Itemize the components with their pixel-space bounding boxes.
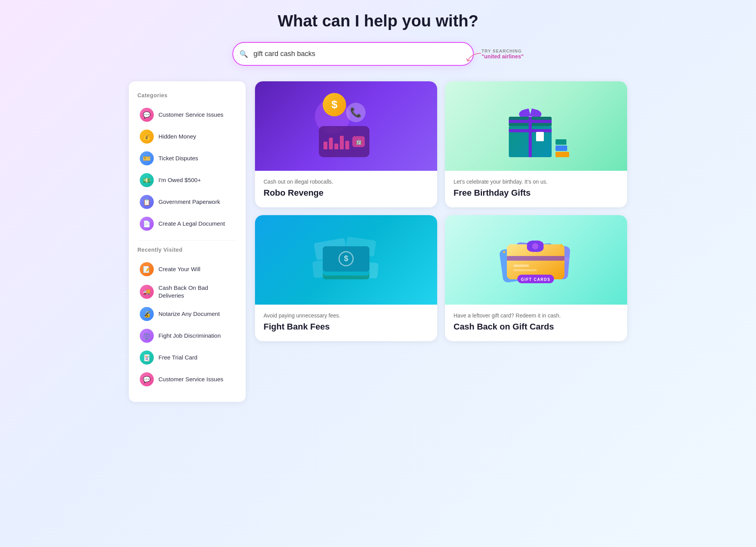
svg-rect-18 <box>513 265 529 267</box>
card-title: Fight Bank Fees <box>264 322 429 332</box>
book-stack <box>556 139 569 157</box>
sidebar-label: Ticket Disputes <box>158 154 198 162</box>
giftcard-scene: GIFT CARDS ✦ ✦ ✦ <box>493 225 579 295</box>
sidebar-label: I'm Owed $500+ <box>158 176 201 184</box>
card-content-bank-fees: Avoid paying unnecessary fees. Fight Ban… <box>255 305 437 341</box>
bar <box>345 141 349 149</box>
card-subtitle: Have a leftover gift card? Redeem it in … <box>454 312 619 319</box>
sidebar-label: Notarize Any Document <box>158 310 220 318</box>
sidebar-item[interactable]: 🔏 Notarize Any Document <box>137 304 237 324</box>
money-svg: $ <box>311 233 381 287</box>
sidebar-item[interactable]: 🚚 Cash Back On Bad Deliveries <box>137 281 237 302</box>
sidebar-icon-create-will: 📝 <box>140 262 154 276</box>
card-subtitle: Cash out on illegal robocalls. <box>264 179 429 185</box>
main-layout: Categories 💬 Customer Service Issues 💰 H… <box>129 81 627 402</box>
try-searching-hint: TRY SEARCHING "united airlines" <box>482 49 524 60</box>
svg-rect-17 <box>507 256 564 261</box>
card-image-birthday <box>445 81 627 171</box>
recently-visited-title: Recently Visited <box>137 247 237 253</box>
bar <box>334 144 338 149</box>
svg-text:✦: ✦ <box>559 242 564 250</box>
sidebar-label: Customer Service Issues <box>158 375 223 383</box>
sidebar-label: Cash Back On Bad Deliveries <box>158 284 235 299</box>
try-searching-label: TRY SEARCHING <box>482 49 522 53</box>
sidebar-item[interactable]: 💰 Hidden Money <box>137 126 237 147</box>
card-image-robo-revenge: $ 📞 🤖 <box>255 81 437 171</box>
card-subtitle: Let's celebrate your birthday. It's on u… <box>454 179 619 185</box>
sidebar-icon-ticket-disputes: 🎫 <box>140 151 154 165</box>
gift-box-top <box>509 117 552 126</box>
sidebar-icon-free-trial: 🃏 <box>140 351 154 365</box>
sidebar-icon-hidden-money: 💰 <box>140 130 154 144</box>
svg-point-16 <box>532 243 538 249</box>
sidebar-divider <box>137 240 237 240</box>
sidebar-item[interactable]: 🎫 Ticket Disputes <box>137 148 237 168</box>
sidebar-icon-notarize: 🔏 <box>140 307 154 321</box>
robo-dollar-icon: $ <box>323 93 346 116</box>
sidebar-label: Government Paperwork <box>158 198 220 206</box>
bar <box>340 136 344 149</box>
robot-face-icon: 🤖 <box>352 136 365 147</box>
sidebar-icon-customer-service-2: 💬 <box>140 372 154 386</box>
sidebar-item[interactable]: 📝 Create Your Will <box>137 259 237 279</box>
card-free-birthday-gifts[interactable]: Let's celebrate your birthday. It's on u… <box>445 81 627 207</box>
svg-text:$: $ <box>344 254 348 263</box>
sidebar-item[interactable]: 📄 Create A Legal Document <box>137 214 237 234</box>
svg-rect-19 <box>513 269 537 271</box>
sidebar-item[interactable]: 🃏 Free Trial Card <box>137 347 237 368</box>
sidebar-label: Fight Job Discrimination <box>158 332 221 340</box>
gift-ribbon-v <box>529 117 532 126</box>
sidebar-label: Hidden Money <box>158 133 196 140</box>
card-robo-revenge[interactable]: $ 📞 🤖 <box>255 81 437 207</box>
sidebar-label: Free Trial Card <box>158 354 197 361</box>
card-cash-back-gift-cards[interactable]: GIFT CARDS ✦ ✦ ✦ Have a leftover gift ca… <box>445 215 627 341</box>
giftcard-svg: GIFT CARDS ✦ ✦ ✦ <box>493 225 579 295</box>
card-content-gift-cards: Have a leftover gift card? Redeem it in … <box>445 305 627 341</box>
gift-scene <box>497 91 575 161</box>
svg-text:✦: ✦ <box>502 249 506 255</box>
sidebar-icon-customer-service: 💬 <box>140 108 154 122</box>
card-content-robo-revenge: Cash out on illegal robocalls. Robo Reve… <box>255 171 437 207</box>
search-input[interactable] <box>232 42 474 66</box>
sidebar-icon-legal: 📄 <box>140 217 154 231</box>
money-scene: $ <box>307 225 385 295</box>
card-title: Robo Revenge <box>264 188 429 198</box>
try-searching-value: "united airlines" <box>482 53 524 60</box>
sidebar-icon-fight-job: ⚖️ <box>140 329 154 343</box>
card-fight-bank-fees[interactable]: $ Avoid paying unnecessary fees. Fight B… <box>255 215 437 341</box>
sidebar-item[interactable]: ⚖️ Fight Job Discrimination <box>137 326 237 346</box>
svg-text:GIFT CARDS: GIFT CARDS <box>521 277 550 282</box>
card-image-gift-cards: GIFT CARDS ✦ ✦ ✦ <box>445 215 627 305</box>
robo-robot-card: 🤖 <box>319 126 369 157</box>
search-area: 🔍 TRY SEARCHING "united airlines" <box>129 42 627 66</box>
sidebar-icon-government: 📋 <box>140 195 154 209</box>
search-container: 🔍 <box>232 42 474 66</box>
gift-box <box>509 126 552 157</box>
sidebar-item[interactable]: 💬 Customer Service Issues <box>137 105 237 125</box>
card-subtitle: Avoid paying unnecessary fees. <box>264 312 429 319</box>
gift-tag <box>536 132 544 141</box>
card-title: Cash Back on Gift Cards <box>454 322 619 332</box>
sidebar-icon-owed-500: 💵 <box>140 173 154 187</box>
card-content-birthday: Let's celebrate your birthday. It's on u… <box>445 171 627 207</box>
sidebar-label: Create Your Will <box>158 265 200 273</box>
sidebar-item[interactable]: 📋 Government Paperwork <box>137 192 237 212</box>
cards-grid: $ 📞 🤖 <box>255 81 627 341</box>
arrow-icon <box>466 52 482 63</box>
sidebar-item[interactable]: 💬 Customer Service Issues <box>137 369 237 389</box>
sidebar: Categories 💬 Customer Service Issues 💰 H… <box>129 81 246 402</box>
sidebar-item[interactable]: 💵 I'm Owed $500+ <box>137 170 237 190</box>
book-2 <box>556 146 567 151</box>
gift-box-body <box>509 126 552 157</box>
robo-bars <box>323 134 349 149</box>
categories-title: Categories <box>137 92 237 98</box>
page-title: What can I help you with? <box>129 12 627 30</box>
card-image-bank-fees: $ <box>255 215 437 305</box>
sidebar-label: Customer Service Issues <box>158 111 223 119</box>
search-icon: 🔍 <box>239 50 248 58</box>
book-3 <box>556 139 566 145</box>
robo-scene: $ 📞 🤖 <box>307 91 385 161</box>
bar <box>329 138 333 149</box>
sidebar-label: Create A Legal Document <box>158 220 225 228</box>
gift-ribbon-v2 <box>529 126 532 157</box>
